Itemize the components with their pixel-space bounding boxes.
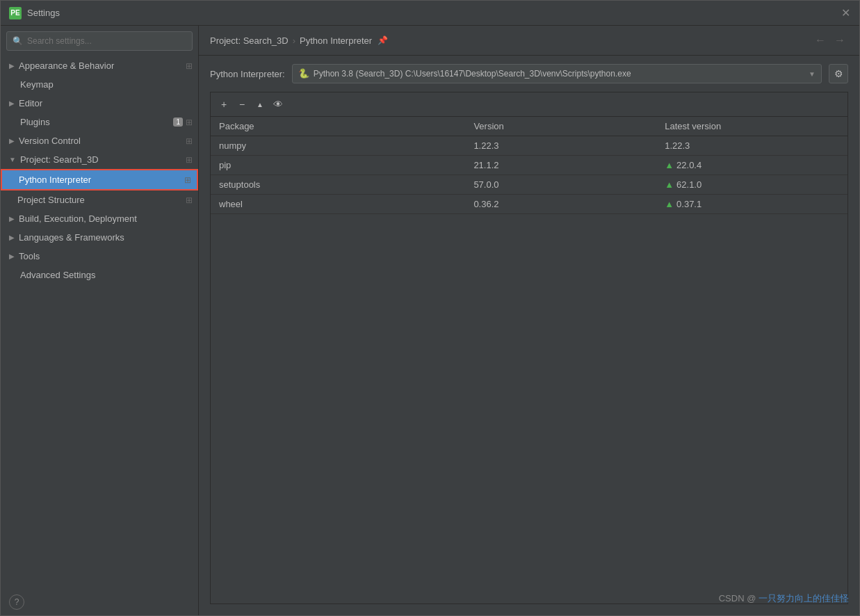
package-latest-version: 1.22.3 [656,136,847,156]
sidebar-item-appearance[interactable]: ▶ Appearance & Behavior ⊞ [1,56,198,75]
sidebar-item-label: Plugins [20,117,50,127]
sidebar-item-label: Languages & Frameworks [19,232,124,243]
package-version: 21.1.2 [465,156,656,175]
search-input[interactable] [27,36,186,46]
packages-table: Package Version Latest version numpy1.22… [211,117,847,214]
up-arrow-button[interactable]: ▲ [252,97,268,112]
window-title: Settings [27,8,840,18]
update-arrow-icon: ▲ [665,179,674,190]
sidebar: 🔍 ▶ Appearance & Behavior ⊞ Keymap ▶ Edi… [1,26,199,615]
sidebar-item-plugins[interactable]: Plugins 1 ⊞ [1,113,198,131]
sidebar-item-languages[interactable]: ▶ Languages & Frameworks [1,228,198,247]
watermark-highlight: 一只努力向上的佳佳怪 [758,593,849,603]
help-button[interactable]: ? [9,594,24,610]
sidebar-item-label: Project: Search_3D [20,154,99,165]
sidebar-item-project-structure[interactable]: Project Structure ⊞ [1,191,198,209]
package-version: 1.22.3 [465,136,656,156]
settings-icon: ⊞ [184,175,191,185]
sidebar-item-tools[interactable]: ▶ Tools [1,247,198,266]
search-icon: 🔍 [13,36,23,46]
table-row[interactable]: numpy1.22.31.22.3 [211,136,847,156]
sidebar-item-label: Build, Execution, Deployment [19,213,137,224]
col-header-package: Package [211,117,465,136]
interpreter-bar: Python Interpreter: 🐍 Python 3.8 (Search… [199,56,859,92]
table-row[interactable]: wheel0.36.2▲0.37.1 [211,195,847,214]
add-package-button[interactable]: + [216,97,232,112]
remove-package-button[interactable]: − [234,97,250,112]
sidebar-item-python-interpreter[interactable]: Python Interpreter ⊞ [1,169,198,191]
sidebar-item-editor[interactable]: ▶ Editor [1,94,198,113]
settings-icon: ⊞ [186,155,193,165]
expand-arrow-icon: ▶ [9,234,15,241]
sidebar-item-label: Python Interpreter [19,175,91,185]
back-button[interactable]: ← [812,33,829,48]
package-latest-version: ▲0.37.1 [656,195,847,214]
gear-icon: ⚙ [834,68,843,79]
table-row[interactable]: pip21.1.2▲22.0.4 [211,156,847,175]
sidebar-item-label: Version Control [19,136,81,146]
packages-table-container: Package Version Latest version numpy1.22… [211,117,847,603]
interpreter-value: Python 3.8 (Search_3D) C:\Users\16147\De… [314,69,806,79]
nav-arrows: ← → [812,33,848,48]
settings-window: PE Settings ✕ 🔍 ▶ Appearance & Behavior … [0,0,860,616]
sidebar-item-label: Appearance & Behavior [19,60,114,71]
packages-area: + − ▲ 👁 Package Version Latest version [210,92,848,604]
expand-arrow-icon: ▶ [9,252,15,260]
breadcrumb-bar: Project: Search_3D › Python Interpreter … [199,26,859,56]
expand-arrow-icon: ▶ [9,62,15,70]
package-name: numpy [211,136,465,156]
titlebar: PE Settings ✕ [1,1,859,26]
package-name: pip [211,156,465,175]
plugins-badge: 1 [173,117,183,127]
settings-icon: ⊞ [186,117,193,127]
sidebar-item-label: Project Structure [17,195,85,205]
sidebar-item-version-control[interactable]: ▶ Version Control ⊞ [1,131,198,150]
update-arrow-icon: ▲ [665,199,674,209]
interpreter-dropdown[interactable]: 🐍 Python 3.8 (Search_3D) C:\Users\16147\… [292,64,822,83]
package-name: setuptools [211,175,465,195]
package-name: wheel [211,195,465,214]
python-icon: 🐍 [298,68,309,79]
package-latest-version: ▲62.1.0 [656,175,847,195]
settings-icon: ⊞ [186,195,193,205]
settings-icon: ⊞ [186,136,193,146]
sidebar-item-project[interactable]: ▼ Project: Search_3D ⊞ [1,150,198,169]
breadcrumb-project: Project: Search_3D [210,35,289,46]
sidebar-item-label: Advanced Settings [20,270,95,280]
sidebar-item-advanced-settings[interactable]: Advanced Settings [1,266,198,284]
col-header-latest: Latest version [656,117,847,136]
pin-icon: 📌 [378,35,388,45]
breadcrumb-separator: › [293,35,295,46]
package-latest-version: ▲22.0.4 [656,156,847,175]
app-icon: PE [9,7,22,19]
sidebar-item-build[interactable]: ▶ Build, Execution, Deployment [1,209,198,228]
close-button[interactable]: ✕ [840,8,851,19]
interpreter-label: Python Interpreter: [210,69,285,79]
update-arrow-icon: ▲ [665,160,674,170]
eye-button[interactable]: 👁 [270,97,286,112]
col-header-version: Version [465,117,656,136]
sidebar-bottom: ? [1,589,198,615]
main-content: Project: Search_3D › Python Interpreter … [199,26,859,615]
search-box[interactable]: 🔍 [6,31,193,51]
expand-arrow-icon: ▼ [9,156,16,163]
dropdown-arrow-icon: ▼ [809,70,816,78]
package-version: 57.0.0 [465,175,656,195]
sidebar-item-label: Tools [19,251,40,261]
settings-icon: ⊞ [186,61,193,71]
expand-arrow-icon: ▶ [9,99,15,107]
interpreter-settings-button[interactable]: ⚙ [829,64,848,83]
table-row[interactable]: setuptools57.0.0▲62.1.0 [211,175,847,195]
expand-arrow-icon: ▶ [9,137,15,145]
watermark: CSDN @ 一只努力向上的佳佳怪 [719,592,849,605]
watermark-text: CSDN @ [719,593,756,603]
sidebar-item-keymap[interactable]: Keymap [1,75,198,94]
sidebar-item-label: Keymap [20,79,54,90]
sidebar-item-label: Editor [19,98,42,108]
package-version: 0.36.2 [465,195,656,214]
packages-toolbar: + − ▲ 👁 [211,92,847,117]
breadcrumb-current: Python Interpreter [300,35,372,46]
forward-button[interactable]: → [831,33,848,48]
expand-arrow-icon: ▶ [9,215,15,222]
